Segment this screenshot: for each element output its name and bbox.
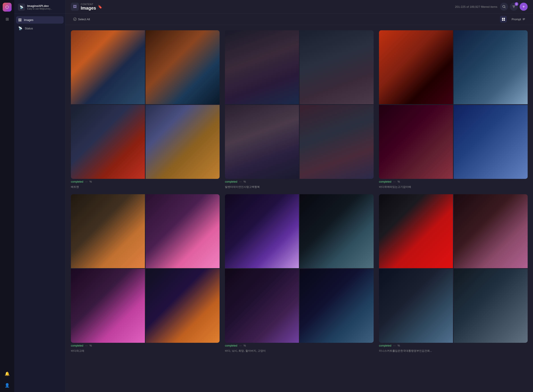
- list-item: completed — % 배트맨: [71, 30, 219, 189]
- image-cell[interactable]: [454, 269, 528, 343]
- grid-view-button[interactable]: [500, 16, 507, 23]
- main-content: 🖼 Content Images 🔖 201-225 of 189,927 fi…: [66, 0, 533, 392]
- images-nav-label: Images: [24, 18, 33, 22]
- image-cell[interactable]: [300, 269, 374, 343]
- add-button[interactable]: +: [520, 3, 528, 11]
- brand-subtitle: Easy to use Midjourney...: [27, 8, 52, 10]
- page-icon: 🖼: [71, 3, 79, 11]
- image-cell[interactable]: [225, 105, 299, 179]
- image-cell[interactable]: [225, 30, 299, 104]
- group-meta: completed — %: [225, 344, 374, 347]
- status-badge: completed: [71, 344, 83, 347]
- image-cell[interactable]: [454, 105, 528, 179]
- view-toggle: [500, 16, 507, 23]
- image-cell[interactable]: [225, 194, 299, 268]
- svg-rect-7: [504, 18, 505, 19]
- percent-label: %: [89, 180, 92, 183]
- grid-scroll[interactable]: completed — % 배트맨 completed — %: [66, 25, 533, 392]
- bookmark-icon[interactable]: 🔖: [98, 5, 102, 9]
- grid-view-icon: [502, 18, 505, 21]
- sidebar-item-images[interactable]: 🖼 Images: [16, 16, 63, 23]
- list-item: completed — % 바다위에떠있는고기잡이배: [379, 30, 528, 189]
- image-cell[interactable]: [300, 30, 374, 104]
- image-cell[interactable]: [454, 30, 528, 104]
- list-item: completed — % 발렌타데이연인사랑고백행복: [225, 30, 374, 189]
- group-label: 바다, 낚시, 희망, 할아버지, 고양이: [225, 349, 374, 353]
- search-button[interactable]: [500, 3, 508, 11]
- header-actions: 1 +: [500, 3, 528, 11]
- group-label: 발렌타데이연인사랑고백행복: [225, 185, 374, 189]
- image-cell[interactable]: [454, 194, 528, 268]
- image-cell[interactable]: [379, 105, 453, 179]
- sidebar-nav: 🖼 Images 📡 Status: [14, 14, 65, 36]
- filter-badge: 1: [515, 2, 518, 6]
- image-cell[interactable]: [71, 105, 145, 179]
- items-count: 201-225 of 189,927 filtered items: [455, 5, 497, 9]
- list-item: completed — % 미니스커트를입은한국대통령영부인김건희...: [379, 194, 528, 353]
- select-all-button[interactable]: Select All: [71, 16, 92, 22]
- filter-button[interactable]: 1: [510, 3, 518, 11]
- brand-name: ImagineAPI.dev: [27, 4, 52, 8]
- image-cell[interactable]: [71, 194, 145, 268]
- image-cell[interactable]: [146, 30, 219, 104]
- svg-rect-8: [502, 19, 503, 21]
- image-quad[interactable]: [71, 30, 219, 179]
- image-cell[interactable]: [146, 194, 219, 268]
- sidebar-item-status[interactable]: 📡 Status: [16, 24, 63, 32]
- group-meta: completed — %: [225, 180, 374, 183]
- group-meta: completed — %: [379, 344, 528, 347]
- list-item: completed — % 바다, 낚시, 희망, 할아버지, 고양이: [225, 194, 374, 353]
- brand-icon: 📡: [18, 4, 25, 11]
- image-cell[interactable]: [300, 105, 374, 179]
- status-badge: completed: [71, 180, 83, 183]
- icon-rail: ⬡ ⊞ 🔔 👤: [0, 0, 14, 392]
- image-cell[interactable]: [300, 194, 374, 268]
- group-meta: completed — %: [71, 344, 219, 347]
- image-cell[interactable]: [146, 105, 219, 179]
- image-quad[interactable]: [379, 30, 528, 179]
- image-cell[interactable]: [225, 269, 299, 343]
- bell-icon[interactable]: 🔔: [3, 370, 11, 378]
- image-quad[interactable]: [225, 194, 374, 343]
- image-cell[interactable]: [71, 30, 145, 104]
- svg-rect-6: [502, 18, 503, 19]
- image-quad[interactable]: [225, 30, 374, 179]
- select-all-label: Select All: [78, 18, 90, 21]
- percent-label: %: [243, 180, 246, 183]
- brand: 📡 ImagineAPI.dev Easy to use Midjourney.…: [18, 4, 62, 11]
- user-icon[interactable]: 👤: [3, 381, 11, 389]
- image-cell[interactable]: [146, 269, 219, 343]
- svg-line-1: [505, 7, 505, 8]
- page-title: Images: [81, 5, 96, 10]
- percent-label: %: [89, 344, 92, 347]
- search-icon: [502, 5, 506, 9]
- image-cell[interactable]: [379, 30, 453, 104]
- image-cell[interactable]: [379, 194, 453, 268]
- percent-label: %: [397, 180, 400, 183]
- status-badge: completed: [379, 344, 391, 347]
- group-label: 배트맨: [71, 185, 219, 189]
- sort-button[interactable]: Prompt: [509, 16, 528, 22]
- group-label: 바다와고래: [71, 349, 219, 353]
- sort-icon: [522, 18, 525, 21]
- image-quad[interactable]: [379, 194, 528, 343]
- sort-label: Prompt: [512, 18, 521, 21]
- percent-label: %: [243, 344, 246, 347]
- grid-rail-icon[interactable]: ⊞: [3, 15, 11, 23]
- image-cell[interactable]: [379, 269, 453, 343]
- sidebar: 📡 ImagineAPI.dev Easy to use Midjourney.…: [14, 0, 66, 392]
- filter-icon: [512, 5, 516, 9]
- percent-label: %: [397, 344, 400, 347]
- image-quad[interactable]: [71, 194, 219, 343]
- images-nav-icon: 🖼: [18, 18, 22, 22]
- group-label: 미니스커트를입은한국대통령영부인김건희...: [379, 349, 528, 353]
- status-nav-label: Status: [25, 27, 33, 30]
- section-label: Content: [81, 3, 96, 5]
- brand-text: ImagineAPI.dev Easy to use Midjourney...: [27, 4, 52, 10]
- status-nav-icon: 📡: [18, 26, 23, 30]
- top-header: 🖼 Content Images 🔖 201-225 of 189,927 fi…: [66, 0, 533, 14]
- sidebar-header: 📡 ImagineAPI.dev Easy to use Midjourney.…: [14, 0, 65, 14]
- image-cell[interactable]: [71, 269, 145, 343]
- status-badge: completed: [225, 180, 237, 183]
- app-logo[interactable]: ⬡: [3, 3, 12, 12]
